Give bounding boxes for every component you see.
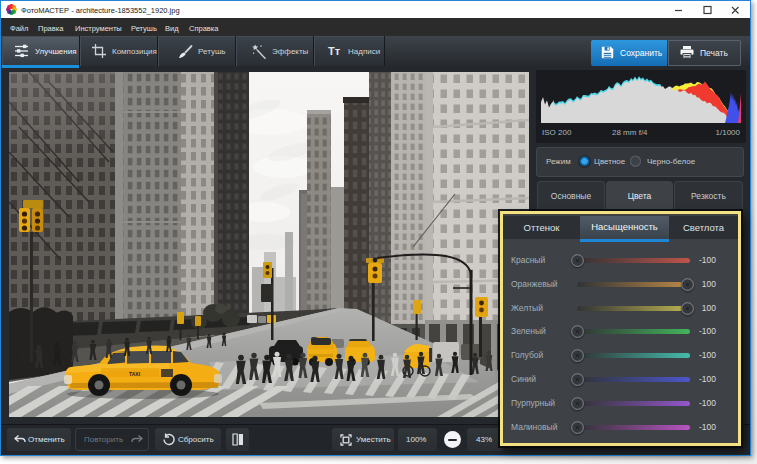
svg-text:TAXI: TAXI: [129, 371, 141, 377]
